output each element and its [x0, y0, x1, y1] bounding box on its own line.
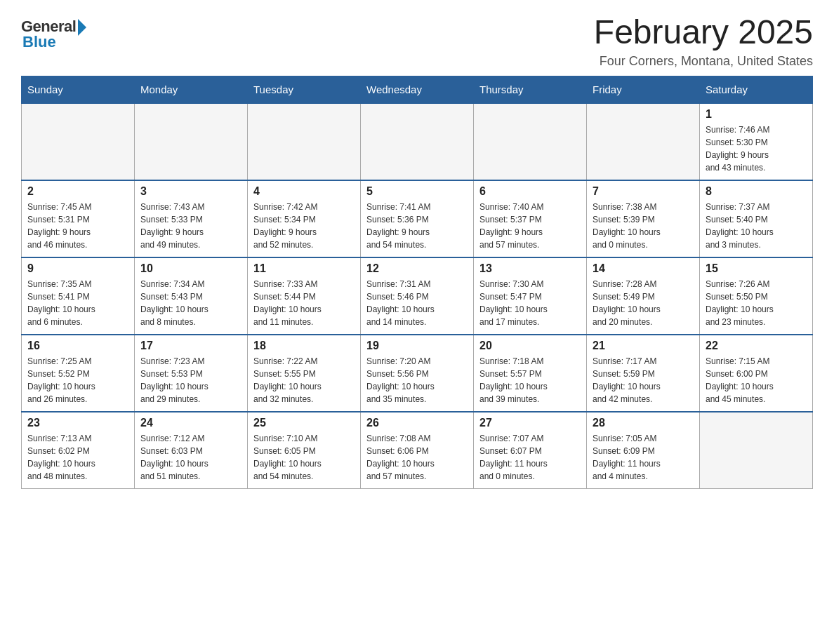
day-info: Sunrise: 7:08 AMSunset: 6:06 PMDaylight:…: [366, 432, 468, 483]
calendar-day: 14Sunrise: 7:28 AMSunset: 5:49 PMDayligh…: [587, 257, 700, 335]
calendar-day: 2Sunrise: 7:45 AMSunset: 5:31 PMDaylight…: [22, 180, 135, 257]
day-number: 6: [479, 185, 581, 198]
day-number: 20: [479, 340, 581, 352]
day-info: Sunrise: 7:18 AMSunset: 5:57 PMDaylight:…: [479, 355, 581, 405]
day-info: Sunrise: 7:13 AMSunset: 6:02 PMDaylight:…: [27, 432, 128, 483]
calendar-day: 7Sunrise: 7:38 AMSunset: 5:39 PMDaylight…: [587, 180, 700, 257]
calendar-day: 19Sunrise: 7:20 AMSunset: 5:56 PMDayligh…: [361, 335, 474, 412]
calendar-day: 23Sunrise: 7:13 AMSunset: 6:02 PMDayligh…: [22, 412, 135, 489]
day-number: 27: [479, 417, 581, 429]
calendar-day: 1Sunrise: 7:46 AMSunset: 5:30 PMDaylight…: [700, 103, 813, 180]
day-number: 3: [140, 185, 241, 198]
logo-blue-text: Blue: [22, 33, 56, 51]
day-number: 2: [27, 185, 128, 198]
calendar-day: [248, 103, 361, 180]
day-number: 12: [366, 262, 468, 275]
day-info: Sunrise: 7:43 AMSunset: 5:33 PMDaylight:…: [140, 201, 241, 251]
day-number: 25: [253, 417, 355, 429]
calendar-week-row: 1Sunrise: 7:46 AMSunset: 5:30 PMDaylight…: [22, 103, 813, 180]
day-number: 8: [706, 185, 807, 198]
calendar-day: 21Sunrise: 7:17 AMSunset: 5:59 PMDayligh…: [587, 335, 700, 412]
calendar-day: 9Sunrise: 7:35 AMSunset: 5:41 PMDaylight…: [22, 257, 135, 335]
header-wednesday: Wednesday: [361, 76, 474, 103]
day-info: Sunrise: 7:40 AMSunset: 5:37 PMDaylight:…: [479, 201, 581, 251]
calendar-day: 12Sunrise: 7:31 AMSunset: 5:46 PMDayligh…: [361, 257, 474, 335]
day-info: Sunrise: 7:42 AMSunset: 5:34 PMDaylight:…: [253, 201, 355, 251]
day-info: Sunrise: 7:33 AMSunset: 5:44 PMDaylight:…: [253, 278, 355, 328]
header-tuesday: Tuesday: [248, 76, 361, 103]
calendar-day: 25Sunrise: 7:10 AMSunset: 6:05 PMDayligh…: [248, 412, 361, 489]
calendar-subtitle: Four Corners, Montana, United States: [594, 54, 813, 69]
day-number: 19: [366, 340, 468, 352]
logo-triangle-icon: [78, 19, 86, 36]
day-number: 17: [140, 340, 241, 352]
calendar-day: 6Sunrise: 7:40 AMSunset: 5:37 PMDaylight…: [474, 180, 587, 257]
day-info: Sunrise: 7:37 AMSunset: 5:40 PMDaylight:…: [706, 201, 807, 251]
day-number: 18: [253, 340, 355, 352]
calendar-week-row: 2Sunrise: 7:45 AMSunset: 5:31 PMDaylight…: [22, 180, 813, 257]
calendar-week-row: 23Sunrise: 7:13 AMSunset: 6:02 PMDayligh…: [22, 412, 813, 489]
day-number: 1: [706, 108, 807, 121]
day-number: 9: [27, 262, 128, 275]
calendar-day: 3Sunrise: 7:43 AMSunset: 5:33 PMDaylight…: [135, 180, 248, 257]
day-info: Sunrise: 7:38 AMSunset: 5:39 PMDaylight:…: [593, 201, 694, 251]
calendar-header-row: Sunday Monday Tuesday Wednesday Thursday…: [22, 76, 813, 103]
day-number: 16: [27, 340, 128, 352]
day-number: 10: [140, 262, 241, 275]
header-friday: Friday: [587, 76, 700, 103]
calendar-day: 16Sunrise: 7:25 AMSunset: 5:52 PMDayligh…: [22, 335, 135, 412]
calendar-day: 8Sunrise: 7:37 AMSunset: 5:40 PMDaylight…: [700, 180, 813, 257]
page-header: General Blue February 2025 Four Corners,…: [21, 14, 813, 69]
day-number: 21: [593, 340, 694, 352]
day-info: Sunrise: 7:23 AMSunset: 5:53 PMDaylight:…: [140, 355, 241, 405]
day-info: Sunrise: 7:35 AMSunset: 5:41 PMDaylight:…: [27, 278, 128, 328]
calendar-day: 13Sunrise: 7:30 AMSunset: 5:47 PMDayligh…: [474, 257, 587, 335]
logo: General Blue: [21, 18, 86, 51]
day-info: Sunrise: 7:17 AMSunset: 5:59 PMDaylight:…: [593, 355, 694, 405]
calendar-day: 17Sunrise: 7:23 AMSunset: 5:53 PMDayligh…: [135, 335, 248, 412]
calendar-title: February 2025: [594, 14, 813, 51]
calendar-day: [135, 103, 248, 180]
calendar-day: 26Sunrise: 7:08 AMSunset: 6:06 PMDayligh…: [361, 412, 474, 489]
day-info: Sunrise: 7:28 AMSunset: 5:49 PMDaylight:…: [593, 278, 694, 328]
day-info: Sunrise: 7:10 AMSunset: 6:05 PMDaylight:…: [253, 432, 355, 483]
calendar-day: [474, 103, 587, 180]
day-number: 24: [140, 417, 241, 429]
calendar-day: 22Sunrise: 7:15 AMSunset: 6:00 PMDayligh…: [700, 335, 813, 412]
calendar-week-row: 9Sunrise: 7:35 AMSunset: 5:41 PMDaylight…: [22, 257, 813, 335]
header-monday: Monday: [135, 76, 248, 103]
day-info: Sunrise: 7:20 AMSunset: 5:56 PMDaylight:…: [366, 355, 468, 405]
day-number: 28: [593, 417, 694, 429]
calendar-day: 20Sunrise: 7:18 AMSunset: 5:57 PMDayligh…: [474, 335, 587, 412]
title-area: February 2025 Four Corners, Montana, Uni…: [594, 14, 813, 69]
calendar-day: 28Sunrise: 7:05 AMSunset: 6:09 PMDayligh…: [587, 412, 700, 489]
calendar-day: 27Sunrise: 7:07 AMSunset: 6:07 PMDayligh…: [474, 412, 587, 489]
day-info: Sunrise: 7:34 AMSunset: 5:43 PMDaylight:…: [140, 278, 241, 328]
day-info: Sunrise: 7:15 AMSunset: 6:00 PMDaylight:…: [706, 355, 807, 405]
calendar-table: Sunday Monday Tuesday Wednesday Thursday…: [21, 76, 813, 490]
day-info: Sunrise: 7:46 AMSunset: 5:30 PMDaylight:…: [706, 123, 807, 174]
calendar-day: 10Sunrise: 7:34 AMSunset: 5:43 PMDayligh…: [135, 257, 248, 335]
day-info: Sunrise: 7:22 AMSunset: 5:55 PMDaylight:…: [253, 355, 355, 405]
day-info: Sunrise: 7:30 AMSunset: 5:47 PMDaylight:…: [479, 278, 581, 328]
calendar-day: 24Sunrise: 7:12 AMSunset: 6:03 PMDayligh…: [135, 412, 248, 489]
calendar-week-row: 16Sunrise: 7:25 AMSunset: 5:52 PMDayligh…: [22, 335, 813, 412]
header-sunday: Sunday: [22, 76, 135, 103]
day-info: Sunrise: 7:26 AMSunset: 5:50 PMDaylight:…: [706, 278, 807, 328]
day-number: 14: [593, 262, 694, 275]
calendar-day: [22, 103, 135, 180]
day-info: Sunrise: 7:45 AMSunset: 5:31 PMDaylight:…: [27, 201, 128, 251]
day-number: 22: [706, 340, 807, 352]
day-info: Sunrise: 7:05 AMSunset: 6:09 PMDaylight:…: [593, 432, 694, 483]
day-number: 15: [706, 262, 807, 275]
day-number: 13: [479, 262, 581, 275]
calendar-day: [361, 103, 474, 180]
day-number: 5: [366, 185, 468, 198]
calendar-day: 11Sunrise: 7:33 AMSunset: 5:44 PMDayligh…: [248, 257, 361, 335]
day-info: Sunrise: 7:25 AMSunset: 5:52 PMDaylight:…: [27, 355, 128, 405]
calendar-day: [700, 412, 813, 489]
day-info: Sunrise: 7:12 AMSunset: 6:03 PMDaylight:…: [140, 432, 241, 483]
day-info: Sunrise: 7:07 AMSunset: 6:07 PMDaylight:…: [479, 432, 581, 483]
calendar-day: 18Sunrise: 7:22 AMSunset: 5:55 PMDayligh…: [248, 335, 361, 412]
calendar-day: [587, 103, 700, 180]
